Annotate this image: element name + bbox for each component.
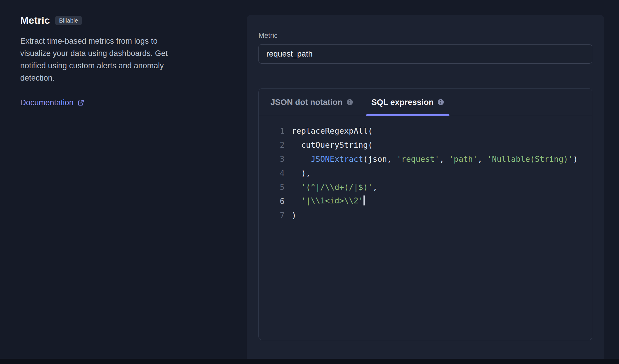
line-number: 3 <box>259 154 285 164</box>
metric-config-card: Metric JSON dot notation SQL expression <box>247 15 604 364</box>
metric-description: Extract time-based metrics from logs to … <box>20 35 186 84</box>
line-content: ), <box>292 169 311 178</box>
code-line: 2 cutQueryString( <box>259 138 585 152</box>
metric-field-label: Metric <box>258 31 278 39</box>
code-line: 7) <box>259 208 585 222</box>
title-row: Metric Billable <box>20 15 202 26</box>
line-content: cutQueryString( <box>292 140 373 149</box>
code-line: 4 ), <box>259 166 585 180</box>
info-icon[interactable] <box>437 99 444 106</box>
expression-editor-panel: JSON dot notation SQL expression 1replac… <box>258 88 592 340</box>
line-number: 7 <box>259 211 285 220</box>
metric-intro-panel: Metric Billable Extract time-based metri… <box>20 15 202 107</box>
page-title: Metric <box>20 15 50 26</box>
line-content: JSONExtract(json, 'request', 'path', 'Nu… <box>292 154 578 164</box>
line-number: 4 <box>259 169 285 178</box>
code-line: 6 '|\\1<id>\\2' <box>259 194 585 208</box>
line-number: 1 <box>259 126 285 135</box>
bottom-section-edge <box>0 359 619 364</box>
tab-json-dot-notation-label: JSON dot notation <box>270 98 343 107</box>
line-content: replaceRegexpAll( <box>292 126 373 135</box>
line-content: '(^|/\\d+(/|$)', <box>292 183 378 192</box>
tab-sql-expression-label: SQL expression <box>371 98 434 107</box>
line-number: 5 <box>259 183 285 192</box>
text-cursor <box>363 195 365 205</box>
billable-badge: Billable <box>55 16 82 25</box>
tab-json-dot-notation[interactable]: JSON dot notation <box>265 89 358 116</box>
code-line: 3 JSONExtract(json, 'request', 'path', '… <box>259 152 585 166</box>
tab-sql-expression[interactable]: SQL expression <box>366 89 450 116</box>
code-line: 5 '(^|/\\d+(/|$)', <box>259 180 585 194</box>
metric-name-input[interactable] <box>258 44 592 64</box>
editor-tab-row: JSON dot notation SQL expression <box>259 89 592 116</box>
sql-code-editor[interactable]: 1replaceRegexpAll(2 cutQueryString(3 JSO… <box>259 116 592 340</box>
line-content: ) <box>292 211 296 220</box>
line-number: 2 <box>259 140 285 149</box>
line-number: 6 <box>259 197 285 206</box>
documentation-link[interactable]: Documentation <box>20 98 84 107</box>
code-line: 1replaceRegexpAll( <box>259 124 585 138</box>
documentation-link-label: Documentation <box>20 98 74 107</box>
line-content: '|\\1<id>\\2' <box>292 196 365 206</box>
external-link-icon <box>77 99 84 106</box>
info-icon[interactable] <box>346 99 353 106</box>
